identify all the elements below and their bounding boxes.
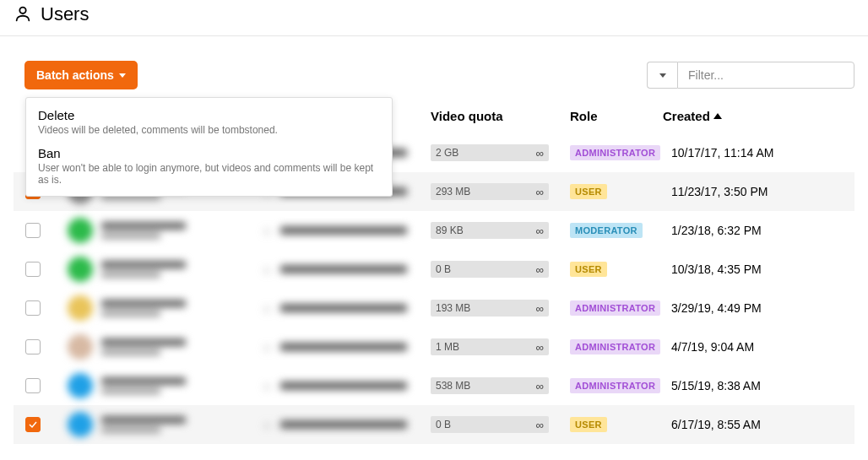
quota-cell: 1 MB∞ xyxy=(427,332,567,362)
quota-bar: 2 GB∞ xyxy=(431,144,549,161)
dropdown-item-delete[interactable]: Delete Videos will be deleted, comments … xyxy=(26,103,392,141)
col-video-quota[interactable]: Video quota xyxy=(427,99,567,133)
row-checkbox[interactable] xyxy=(25,223,41,238)
role-badge: USER xyxy=(570,262,607,277)
quota-cell: 89 KB∞ xyxy=(427,215,567,246)
table-row: ☆0 B∞USER10/3/18, 4:35 PM xyxy=(14,250,854,289)
username-cell xyxy=(64,366,258,405)
dropdown-item-title: Delete xyxy=(38,108,380,122)
avatar xyxy=(68,257,93,282)
table-row: ☆193 MB∞ADMINISTRATOR3/29/19, 4:49 PM xyxy=(14,289,854,327)
dropdown-item-desc: User won't be able to login anymore, but… xyxy=(38,162,380,186)
created-cell: 4/7/19, 9:04 AM xyxy=(659,333,854,360)
star-icon: ☆ xyxy=(262,263,274,275)
quota-used: 0 B xyxy=(431,419,451,430)
checkbox-cell xyxy=(14,294,64,322)
role-cell: ADMINISTRATOR xyxy=(567,333,659,361)
quota-bar: 0 B∞ xyxy=(431,261,549,278)
quota-limit: ∞ xyxy=(536,147,544,160)
email-cell: ☆ xyxy=(258,295,427,321)
created-cell: 11/23/17, 3:50 PM xyxy=(659,178,854,205)
username-cell xyxy=(64,289,258,327)
table-row: ☆0 B∞USER6/17/19, 8:55 AM xyxy=(14,405,854,444)
filter-input[interactable] xyxy=(677,62,854,89)
row-checkbox[interactable] xyxy=(25,300,41,316)
quota-limit: ∞ xyxy=(536,225,544,237)
quota-limit: ∞ xyxy=(536,263,544,276)
created-cell: 3/29/19, 4:49 PM xyxy=(659,295,854,322)
created-cell: 10/17/17, 11:14 AM xyxy=(659,139,854,166)
email-cell: ☆ xyxy=(258,334,427,360)
quota-limit: ∞ xyxy=(536,341,544,354)
created-cell: 5/15/19, 8:38 AM xyxy=(659,372,854,399)
quota-limit: ∞ xyxy=(536,419,544,431)
role-badge: USER xyxy=(570,184,607,199)
role-badge: ADMINISTRATOR xyxy=(570,145,660,160)
page-title: Users xyxy=(41,3,89,25)
avatar xyxy=(68,334,93,360)
avatar xyxy=(68,218,93,243)
page-header: Users xyxy=(0,0,868,36)
row-checkbox[interactable] xyxy=(25,378,41,393)
quota-used: 1 MB xyxy=(431,341,459,353)
table-row: ☆1 MB∞ADMINISTRATOR4/7/19, 9:04 AM xyxy=(14,327,854,366)
blurred-content: ☆ xyxy=(262,302,424,314)
blurred-content: ☆ xyxy=(262,380,424,392)
checkbox-cell xyxy=(14,410,64,439)
email-cell: ☆ xyxy=(258,412,427,437)
checkbox-cell xyxy=(14,371,64,400)
row-checkbox[interactable] xyxy=(25,339,41,354)
quota-cell: 0 B∞ xyxy=(427,254,567,284)
role-badge: MODERATOR xyxy=(570,223,643,238)
blurred-content xyxy=(68,373,255,398)
quota-bar: 538 MB∞ xyxy=(431,377,549,394)
username-cell xyxy=(64,405,258,444)
email-cell: ☆ xyxy=(258,373,427,398)
batch-actions-button[interactable]: Batch actions xyxy=(25,62,137,89)
blurred-content xyxy=(68,257,255,282)
created-cell: 10/3/18, 4:35 PM xyxy=(659,256,854,283)
blurred-content xyxy=(68,334,255,360)
role-cell: USER xyxy=(567,255,659,284)
col-created[interactable]: Created xyxy=(659,99,854,133)
toolbar: Batch actions xyxy=(0,36,868,99)
chevron-down-icon xyxy=(659,73,666,78)
quota-used: 538 MB xyxy=(431,380,470,392)
row-checkbox[interactable] xyxy=(25,262,41,277)
role-badge: ADMINISTRATOR xyxy=(570,339,660,354)
avatar xyxy=(68,412,93,437)
quota-cell: 538 MB∞ xyxy=(427,371,567,401)
role-cell: ADMINISTRATOR xyxy=(567,138,659,167)
star-icon: ☆ xyxy=(262,419,274,430)
svg-point-0 xyxy=(19,7,25,13)
role-badge: ADMINISTRATOR xyxy=(570,378,660,393)
quota-cell: 0 B∞ xyxy=(427,409,567,440)
row-checkbox[interactable] xyxy=(25,417,41,432)
role-cell: ADMINISTRATOR xyxy=(567,371,659,400)
checkbox-cell xyxy=(14,255,64,284)
dropdown-item-ban[interactable]: Ban User won't be able to login anymore,… xyxy=(26,141,392,191)
role-cell: MODERATOR xyxy=(567,216,659,245)
role-cell: ADMINISTRATOR xyxy=(567,294,659,322)
batch-actions-dropdown: Delete Videos will be deleted, comments … xyxy=(25,97,393,197)
chevron-down-icon xyxy=(119,73,126,78)
quota-bar: 0 B∞ xyxy=(431,416,549,433)
col-role[interactable]: Role xyxy=(567,99,659,133)
role-cell: USER xyxy=(567,177,659,206)
role-badge: USER xyxy=(570,417,607,432)
username-cell xyxy=(64,250,258,289)
email-cell: ☆ xyxy=(258,257,427,282)
role-badge: ADMINISTRATOR xyxy=(570,300,660,316)
quota-bar: 193 MB∞ xyxy=(431,300,549,317)
username-cell xyxy=(64,211,258,250)
quota-used: 193 MB xyxy=(431,302,470,314)
created-cell: 1/23/18, 6:32 PM xyxy=(659,217,854,244)
avatar xyxy=(68,373,93,398)
filter-dropdown-toggle[interactable] xyxy=(647,62,677,89)
blurred-content: ☆ xyxy=(262,419,424,430)
blurred-content: ☆ xyxy=(262,225,424,236)
quota-used: 2 GB xyxy=(431,147,458,159)
checkbox-cell xyxy=(14,216,64,245)
quota-limit: ∞ xyxy=(536,380,544,392)
blurred-content: ☆ xyxy=(262,341,424,353)
